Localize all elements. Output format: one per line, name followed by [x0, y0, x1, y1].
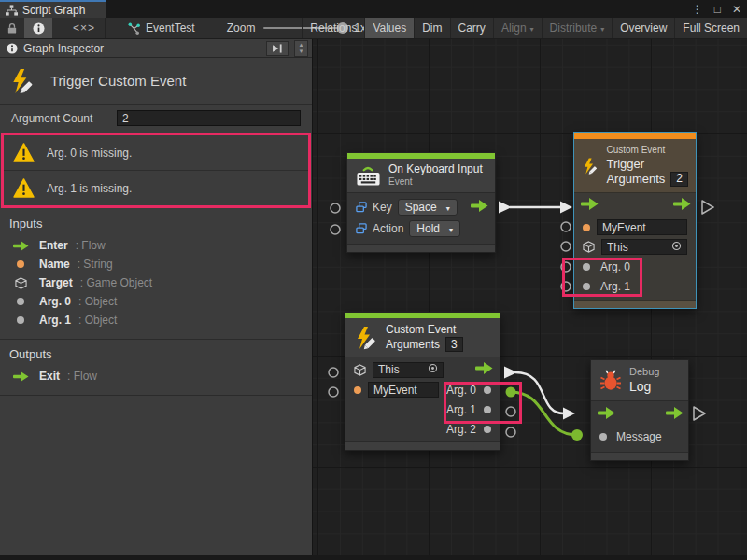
- port-type: : Flow: [76, 239, 106, 252]
- object-port-icon: [9, 298, 32, 305]
- node-trigger-custom-event[interactable]: Custom Event Trigger Arguments 2 MyEvent: [573, 132, 697, 309]
- flow-in-arrow[interactable]: [598, 407, 615, 422]
- overview-button[interactable]: Overview: [612, 18, 674, 38]
- carry-button[interactable]: Carry: [450, 18, 493, 38]
- values-button[interactable]: Values: [364, 18, 414, 38]
- custom-event-icon: [354, 326, 378, 350]
- key-dropdown[interactable]: Space ▾: [398, 199, 458, 216]
- object-port-icon: [484, 406, 491, 413]
- key-label: Key: [373, 201, 392, 214]
- object-port-icon: [9, 316, 32, 324]
- align-button[interactable]: Align ▾: [493, 18, 542, 38]
- object-picker-icon[interactable]: [428, 363, 438, 376]
- stepper-down-icon[interactable]: ▼: [299, 49, 304, 55]
- stepper-up-icon[interactable]: ▲: [299, 42, 304, 49]
- string-port-icon: [354, 386, 361, 394]
- node-on-keyboard-input[interactable]: On Keyboard Input Event Key Space ▾: [346, 152, 496, 253]
- window-tab-bar: Script Graph ⋮ □ ✕: [0, 0, 747, 18]
- window-menu-button[interactable]: ⋮: [692, 3, 703, 16]
- port-name: Name: [39, 258, 70, 271]
- window-close-button[interactable]: ✕: [732, 3, 741, 16]
- align-label: Align: [501, 21, 527, 35]
- port-receiver-name-input[interactable]: [329, 387, 338, 397]
- node-custom-event[interactable]: Custom Event Arguments 3 This: [345, 312, 500, 451]
- flow-in-arrow[interactable]: [581, 198, 599, 213]
- wire-receiver-to-debug[interactable]: [504, 367, 575, 420]
- port-trigger-name-input[interactable]: [561, 222, 571, 231]
- tab-script-graph[interactable]: Script Graph: [0, 0, 106, 18]
- object-port-icon: [583, 283, 590, 290]
- window-maximize-button[interactable]: □: [714, 3, 721, 16]
- flow-out-arrow[interactable]: [475, 362, 493, 377]
- window-bottom-edge: [0, 555, 747, 560]
- lock-icon: [7, 22, 17, 35]
- target-row: This: [345, 359, 500, 380]
- info-icon: [33, 22, 45, 35]
- port-trigger-arg1-input[interactable]: [561, 282, 571, 291]
- port-receiver-arg1-output[interactable]: [506, 407, 515, 416]
- action-dropdown[interactable]: Hold ▾: [409, 220, 460, 237]
- dim-button[interactable]: Dim: [414, 18, 449, 38]
- target-row: This: [574, 237, 696, 257]
- port-receiver-arg2-output[interactable]: [506, 427, 515, 437]
- port-trigger-flow-output[interactable]: [702, 201, 713, 214]
- divider: [0, 395, 312, 396]
- inspector-header: Graph Inspector ▲ ▼: [0, 39, 312, 58]
- graph-reference-button[interactable]: EventTest: [120, 18, 203, 38]
- lock-button[interactable]: [0, 18, 24, 38]
- port-action-input[interactable]: [331, 225, 340, 234]
- node-category: Debug: [629, 366, 659, 379]
- port-trigger-arg0-input[interactable]: [561, 262, 571, 272]
- code-view-button[interactable]: <×>: [63, 18, 105, 38]
- wire-keyboard-to-trigger[interactable]: [499, 202, 572, 214]
- flow-out-arrow[interactable]: [666, 407, 684, 422]
- flow-out-arrow[interactable]: [471, 200, 488, 215]
- info-icon: [7, 43, 18, 54]
- relations-button[interactable]: Relations: [302, 18, 364, 38]
- arg0-output: Arg. 0: [446, 384, 491, 397]
- tab-label: Script Graph: [22, 4, 85, 17]
- node-title: On Keyboard Input: [388, 162, 483, 176]
- object-picker-icon[interactable]: [671, 241, 682, 254]
- arg1-row: Arg. 1: [574, 276, 696, 296]
- action-value: Hold: [416, 222, 440, 235]
- node-footer: [574, 300, 696, 308]
- arg1-output: Arg. 1: [446, 403, 491, 416]
- argument-count-input[interactable]: 2: [117, 110, 301, 126]
- port-receiver-target-input[interactable]: [329, 368, 338, 377]
- target-input[interactable]: This: [601, 239, 687, 255]
- flow-out-arrow[interactable]: [673, 198, 691, 213]
- port-debug-flow-output[interactable]: [694, 407, 705, 420]
- arguments-count-input[interactable]: 2: [670, 172, 688, 187]
- toolbar-separator: [105, 18, 106, 38]
- flow-arrow-icon: [9, 241, 32, 251]
- event-name-input[interactable]: MyEvent: [597, 219, 687, 235]
- node-header: On Keyboard Input Event: [347, 159, 495, 193]
- arg2-label: Arg. 2: [446, 423, 476, 436]
- dock-panel-button[interactable]: [266, 41, 289, 56]
- custom-event-icon: [582, 154, 599, 178]
- port-row-target: Target : Game Object: [0, 273, 312, 292]
- inspector-toggle-button[interactable]: [24, 18, 52, 38]
- node-debug-log[interactable]: Debug Log Message: [590, 359, 689, 461]
- node-footer: [347, 244, 495, 252]
- script-graph-icon: [6, 5, 18, 16]
- panel-stepper[interactable]: ▲ ▼: [294, 40, 308, 57]
- event-name-input[interactable]: MyEvent: [368, 382, 439, 398]
- port-trigger-target-input[interactable]: [561, 242, 571, 251]
- fullscreen-button[interactable]: Full Screen: [674, 18, 747, 38]
- graph-icon: [128, 22, 140, 35]
- window-controls: ⋮ □ ✕: [692, 0, 741, 18]
- arguments-count-input[interactable]: 3: [445, 337, 463, 352]
- wire-arg0-to-message[interactable]: [506, 387, 584, 441]
- port-row-arg1: Arg. 1 : Object: [0, 311, 312, 329]
- graph-canvas[interactable]: On Keyboard Input Event Key Space ▾: [313, 39, 747, 560]
- unit-title: Trigger Custom Event: [50, 73, 186, 89]
- zoom-label: Zoom: [227, 21, 256, 35]
- arg1-label: Arg. 1: [600, 280, 630, 293]
- port-key-input[interactable]: [331, 203, 340, 213]
- target-value: This: [607, 241, 628, 254]
- node-title: Trigger: [606, 157, 688, 172]
- distribute-button[interactable]: Distribute ▾: [542, 18, 613, 38]
- target-input[interactable]: This: [373, 362, 444, 378]
